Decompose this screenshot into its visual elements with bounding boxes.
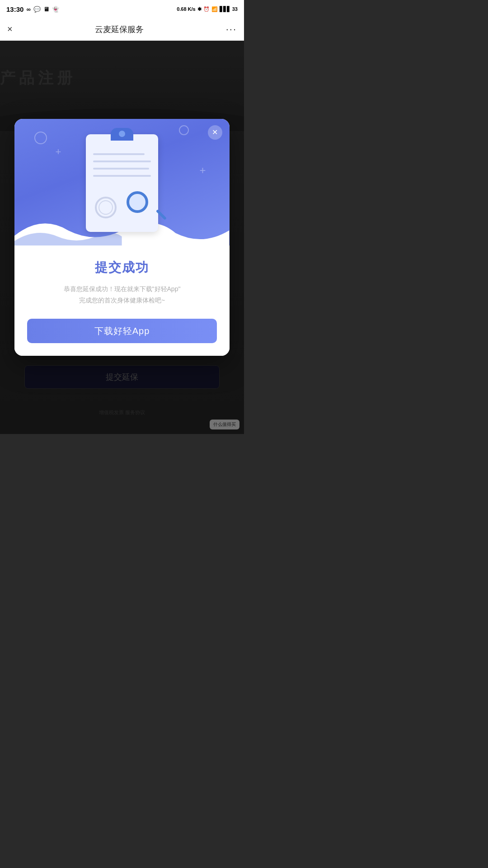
- dialog-desc-line1: 恭喜您延保成功！现在就来下载"好轻App": [64, 285, 181, 292]
- dialog-title: 提交成功: [95, 259, 149, 276]
- status-icon-wifi: 📶: [211, 6, 218, 12]
- clipboard-clip: [111, 128, 133, 141]
- status-icon-signal1: ▋▋▋: [220, 6, 230, 12]
- status-battery: 33: [232, 6, 238, 12]
- success-dialog: ✕ + +: [14, 119, 229, 356]
- magnifier-circle: [127, 191, 148, 213]
- status-icon-snap: 👻: [52, 6, 59, 13]
- dialog-description: 恭喜您延保成功！现在就来下载"好轻App" 完成您的首次身体健康体检吧~: [64, 283, 181, 306]
- nav-more-button[interactable]: ···: [226, 24, 237, 35]
- clipboard-illustration: [81, 128, 163, 232]
- dialog-close-button[interactable]: ✕: [208, 125, 222, 140]
- dialog-top: ✕ + +: [14, 119, 229, 245]
- status-icon-clock: ⏰: [203, 6, 210, 12]
- clipboard-stamp: [95, 197, 117, 218]
- clipboard-line-4: [93, 175, 151, 177]
- status-icon-bt: ✱: [197, 6, 202, 12]
- status-left: 13:30 ∞ 💬 🖥 👻: [6, 5, 59, 13]
- deco-circle-2: [179, 125, 189, 135]
- stamp-inner: [99, 200, 113, 215]
- deco-circle-1: [34, 132, 47, 144]
- status-speed: 0.68 K/s: [177, 6, 196, 12]
- clipboard-line-1: [93, 153, 145, 155]
- magnifier: [127, 191, 158, 223]
- status-right: 0.68 K/s ✱ ⏰ 📶 ▋▋▋ 33: [177, 6, 238, 12]
- clipboard-hole: [119, 131, 125, 137]
- status-icon-screen: 🖥: [43, 6, 49, 13]
- nav-close-button[interactable]: ×: [7, 24, 13, 34]
- nav-bar: × 云麦延保服务 ···: [0, 18, 244, 41]
- overlay: ✕ + +: [0, 41, 244, 434]
- nav-title: 云麦延保服务: [95, 24, 144, 35]
- status-icon-loop: ∞: [26, 6, 30, 13]
- status-time: 13:30: [6, 5, 23, 13]
- deco-plus-1: +: [55, 146, 61, 158]
- status-icon-msg: 💬: [33, 6, 41, 13]
- page-background: 产品注册 提交延保 增值税发票 服务协议 ✕ + +: [0, 41, 244, 434]
- dialog-desc-line2: 完成您的首次身体健康体检吧~: [79, 297, 165, 304]
- dialog-bottom: 提交成功 恭喜您延保成功！现在就来下载"好轻App" 完成您的首次身体健康体检吧…: [14, 245, 229, 356]
- clipboard-line-3: [93, 168, 149, 170]
- status-bar: 13:30 ∞ 💬 🖥 👻 0.68 K/s ✱ ⏰ 📶 ▋▋▋ 33: [0, 0, 244, 18]
- deco-plus-2: +: [200, 164, 206, 177]
- clipboard-line-2: [93, 160, 151, 162]
- download-app-button[interactable]: 下载好轻App: [27, 319, 216, 343]
